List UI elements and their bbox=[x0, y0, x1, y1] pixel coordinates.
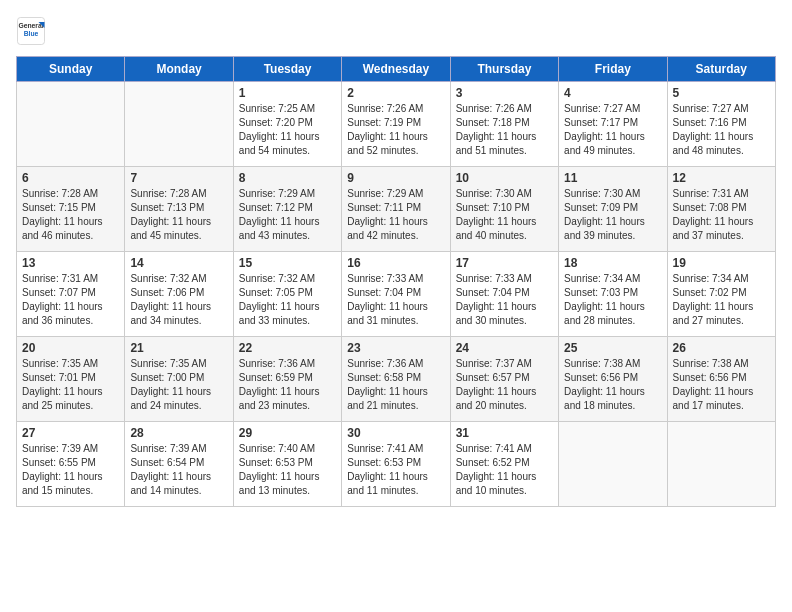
day-header-friday: Friday bbox=[559, 57, 667, 82]
calendar-cell: 17Sunrise: 7:33 AMSunset: 7:04 PMDayligh… bbox=[450, 252, 558, 337]
day-number: 10 bbox=[456, 171, 553, 185]
calendar-cell: 30Sunrise: 7:41 AMSunset: 6:53 PMDayligh… bbox=[342, 422, 450, 507]
day-number: 18 bbox=[564, 256, 661, 270]
cell-info: Sunrise: 7:38 AMSunset: 6:56 PMDaylight:… bbox=[564, 357, 661, 413]
cell-info: Sunrise: 7:36 AMSunset: 6:58 PMDaylight:… bbox=[347, 357, 444, 413]
day-number: 31 bbox=[456, 426, 553, 440]
day-number: 22 bbox=[239, 341, 336, 355]
day-number: 7 bbox=[130, 171, 227, 185]
cell-info: Sunrise: 7:39 AMSunset: 6:55 PMDaylight:… bbox=[22, 442, 119, 498]
cell-info: Sunrise: 7:33 AMSunset: 7:04 PMDaylight:… bbox=[456, 272, 553, 328]
cell-info: Sunrise: 7:30 AMSunset: 7:09 PMDaylight:… bbox=[564, 187, 661, 243]
cell-info: Sunrise: 7:35 AMSunset: 7:00 PMDaylight:… bbox=[130, 357, 227, 413]
cell-info: Sunrise: 7:30 AMSunset: 7:10 PMDaylight:… bbox=[456, 187, 553, 243]
day-number: 20 bbox=[22, 341, 119, 355]
calendar-cell: 3Sunrise: 7:26 AMSunset: 7:18 PMDaylight… bbox=[450, 82, 558, 167]
calendar-cell bbox=[125, 82, 233, 167]
calendar-cell: 28Sunrise: 7:39 AMSunset: 6:54 PMDayligh… bbox=[125, 422, 233, 507]
cell-info: Sunrise: 7:41 AMSunset: 6:52 PMDaylight:… bbox=[456, 442, 553, 498]
day-number: 30 bbox=[347, 426, 444, 440]
svg-text:Blue: Blue bbox=[24, 30, 39, 37]
cell-info: Sunrise: 7:37 AMSunset: 6:57 PMDaylight:… bbox=[456, 357, 553, 413]
calendar-cell: 29Sunrise: 7:40 AMSunset: 6:53 PMDayligh… bbox=[233, 422, 341, 507]
day-number: 25 bbox=[564, 341, 661, 355]
cell-info: Sunrise: 7:26 AMSunset: 7:18 PMDaylight:… bbox=[456, 102, 553, 158]
calendar-cell bbox=[559, 422, 667, 507]
day-number: 27 bbox=[22, 426, 119, 440]
day-number: 1 bbox=[239, 86, 336, 100]
calendar-table: SundayMondayTuesdayWednesdayThursdayFrid… bbox=[16, 56, 776, 507]
day-number: 17 bbox=[456, 256, 553, 270]
day-header-monday: Monday bbox=[125, 57, 233, 82]
calendar-cell: 27Sunrise: 7:39 AMSunset: 6:55 PMDayligh… bbox=[17, 422, 125, 507]
day-number: 24 bbox=[456, 341, 553, 355]
calendar-cell: 8Sunrise: 7:29 AMSunset: 7:12 PMDaylight… bbox=[233, 167, 341, 252]
cell-info: Sunrise: 7:39 AMSunset: 6:54 PMDaylight:… bbox=[130, 442, 227, 498]
calendar-cell: 2Sunrise: 7:26 AMSunset: 7:19 PMDaylight… bbox=[342, 82, 450, 167]
day-number: 2 bbox=[347, 86, 444, 100]
day-number: 15 bbox=[239, 256, 336, 270]
calendar-cell: 31Sunrise: 7:41 AMSunset: 6:52 PMDayligh… bbox=[450, 422, 558, 507]
week-row-2: 6Sunrise: 7:28 AMSunset: 7:15 PMDaylight… bbox=[17, 167, 776, 252]
cell-info: Sunrise: 7:27 AMSunset: 7:16 PMDaylight:… bbox=[673, 102, 770, 158]
calendar-cell: 7Sunrise: 7:28 AMSunset: 7:13 PMDaylight… bbox=[125, 167, 233, 252]
cell-info: Sunrise: 7:31 AMSunset: 7:08 PMDaylight:… bbox=[673, 187, 770, 243]
calendar-cell: 15Sunrise: 7:32 AMSunset: 7:05 PMDayligh… bbox=[233, 252, 341, 337]
day-number: 19 bbox=[673, 256, 770, 270]
week-row-4: 20Sunrise: 7:35 AMSunset: 7:01 PMDayligh… bbox=[17, 337, 776, 422]
day-number: 29 bbox=[239, 426, 336, 440]
day-number: 11 bbox=[564, 171, 661, 185]
day-number: 28 bbox=[130, 426, 227, 440]
calendar-cell: 26Sunrise: 7:38 AMSunset: 6:56 PMDayligh… bbox=[667, 337, 775, 422]
cell-info: Sunrise: 7:26 AMSunset: 7:19 PMDaylight:… bbox=[347, 102, 444, 158]
calendar-cell: 18Sunrise: 7:34 AMSunset: 7:03 PMDayligh… bbox=[559, 252, 667, 337]
calendar-cell: 4Sunrise: 7:27 AMSunset: 7:17 PMDaylight… bbox=[559, 82, 667, 167]
day-header-row: SundayMondayTuesdayWednesdayThursdayFrid… bbox=[17, 57, 776, 82]
day-number: 3 bbox=[456, 86, 553, 100]
calendar-cell: 16Sunrise: 7:33 AMSunset: 7:04 PMDayligh… bbox=[342, 252, 450, 337]
day-number: 23 bbox=[347, 341, 444, 355]
cell-info: Sunrise: 7:34 AMSunset: 7:03 PMDaylight:… bbox=[564, 272, 661, 328]
day-header-sunday: Sunday bbox=[17, 57, 125, 82]
calendar-cell: 12Sunrise: 7:31 AMSunset: 7:08 PMDayligh… bbox=[667, 167, 775, 252]
cell-info: Sunrise: 7:32 AMSunset: 7:05 PMDaylight:… bbox=[239, 272, 336, 328]
cell-info: Sunrise: 7:35 AMSunset: 7:01 PMDaylight:… bbox=[22, 357, 119, 413]
cell-info: Sunrise: 7:33 AMSunset: 7:04 PMDaylight:… bbox=[347, 272, 444, 328]
calendar-cell: 1Sunrise: 7:25 AMSunset: 7:20 PMDaylight… bbox=[233, 82, 341, 167]
cell-info: Sunrise: 7:28 AMSunset: 7:13 PMDaylight:… bbox=[130, 187, 227, 243]
calendar-cell: 9Sunrise: 7:29 AMSunset: 7:11 PMDaylight… bbox=[342, 167, 450, 252]
day-number: 12 bbox=[673, 171, 770, 185]
calendar-cell: 19Sunrise: 7:34 AMSunset: 7:02 PMDayligh… bbox=[667, 252, 775, 337]
cell-info: Sunrise: 7:32 AMSunset: 7:06 PMDaylight:… bbox=[130, 272, 227, 328]
logo: General Blue bbox=[16, 16, 46, 46]
cell-info: Sunrise: 7:29 AMSunset: 7:12 PMDaylight:… bbox=[239, 187, 336, 243]
logo-icon: General Blue bbox=[16, 16, 46, 46]
calendar-cell: 22Sunrise: 7:36 AMSunset: 6:59 PMDayligh… bbox=[233, 337, 341, 422]
calendar-cell: 5Sunrise: 7:27 AMSunset: 7:16 PMDaylight… bbox=[667, 82, 775, 167]
day-number: 13 bbox=[22, 256, 119, 270]
calendar-cell: 25Sunrise: 7:38 AMSunset: 6:56 PMDayligh… bbox=[559, 337, 667, 422]
cell-info: Sunrise: 7:38 AMSunset: 6:56 PMDaylight:… bbox=[673, 357, 770, 413]
week-row-5: 27Sunrise: 7:39 AMSunset: 6:55 PMDayligh… bbox=[17, 422, 776, 507]
calendar-cell: 14Sunrise: 7:32 AMSunset: 7:06 PMDayligh… bbox=[125, 252, 233, 337]
cell-info: Sunrise: 7:31 AMSunset: 7:07 PMDaylight:… bbox=[22, 272, 119, 328]
day-number: 5 bbox=[673, 86, 770, 100]
day-number: 4 bbox=[564, 86, 661, 100]
cell-info: Sunrise: 7:25 AMSunset: 7:20 PMDaylight:… bbox=[239, 102, 336, 158]
calendar-cell bbox=[17, 82, 125, 167]
calendar-cell bbox=[667, 422, 775, 507]
cell-info: Sunrise: 7:36 AMSunset: 6:59 PMDaylight:… bbox=[239, 357, 336, 413]
day-number: 6 bbox=[22, 171, 119, 185]
day-header-thursday: Thursday bbox=[450, 57, 558, 82]
calendar-cell: 20Sunrise: 7:35 AMSunset: 7:01 PMDayligh… bbox=[17, 337, 125, 422]
day-header-saturday: Saturday bbox=[667, 57, 775, 82]
calendar-header: SundayMondayTuesdayWednesdayThursdayFrid… bbox=[17, 57, 776, 82]
calendar-body: 1Sunrise: 7:25 AMSunset: 7:20 PMDaylight… bbox=[17, 82, 776, 507]
week-row-3: 13Sunrise: 7:31 AMSunset: 7:07 PMDayligh… bbox=[17, 252, 776, 337]
day-number: 14 bbox=[130, 256, 227, 270]
cell-info: Sunrise: 7:27 AMSunset: 7:17 PMDaylight:… bbox=[564, 102, 661, 158]
calendar-cell: 10Sunrise: 7:30 AMSunset: 7:10 PMDayligh… bbox=[450, 167, 558, 252]
calendar-cell: 23Sunrise: 7:36 AMSunset: 6:58 PMDayligh… bbox=[342, 337, 450, 422]
cell-info: Sunrise: 7:41 AMSunset: 6:53 PMDaylight:… bbox=[347, 442, 444, 498]
calendar-cell: 21Sunrise: 7:35 AMSunset: 7:00 PMDayligh… bbox=[125, 337, 233, 422]
